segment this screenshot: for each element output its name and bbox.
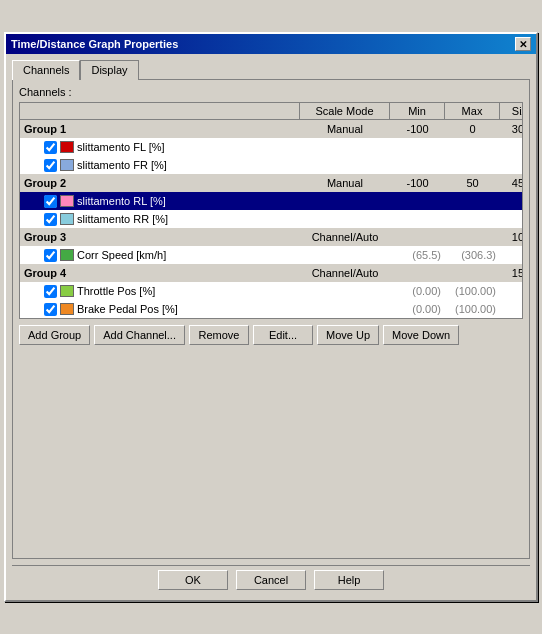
channel-max-cell: (100.00) <box>445 301 500 317</box>
group-row-1: Group 1 Manual -100 0 30.0 <box>20 120 522 138</box>
ok-cancel-row: OK Cancel Help <box>12 565 530 594</box>
channel-name-label: slittamento RR [%] <box>77 213 168 225</box>
channel-row[interactable]: slittamento RR [%] <box>20 210 522 228</box>
header-name <box>20 103 300 119</box>
channel-color-box <box>60 213 74 225</box>
channel-name-label: slittamento FL [%] <box>77 141 165 153</box>
channel-min-cell <box>390 199 445 203</box>
grid-header: Scale Mode Min Max Size <box>20 103 522 120</box>
channel-min-cell: (65.5) <box>390 247 445 263</box>
remove-button[interactable]: Remove <box>189 325 249 345</box>
channel-checkbox[interactable] <box>44 141 57 154</box>
channel-name-label: Corr Speed [km/h] <box>77 249 166 261</box>
group-max-1: 0 <box>445 121 500 137</box>
cancel-button[interactable]: Cancel <box>236 570 306 590</box>
channel-min-cell <box>390 145 445 149</box>
group-label-4: Group 4 <box>20 265 300 281</box>
move-up-button[interactable]: Move Up <box>317 325 379 345</box>
group-size-1: 30.0 <box>500 121 523 137</box>
channel-row[interactable]: Corr Speed [km/h](65.5)(306.3) <box>20 246 522 264</box>
channel-name-label: Throttle Pos [%] <box>77 285 155 297</box>
channel-max-cell <box>445 217 500 221</box>
group-label-2: Group 2 <box>20 175 300 191</box>
channel-min-cell: (0.00) <box>390 283 445 299</box>
group-label-1: Group 1 <box>20 121 300 137</box>
group-max-2: 50 <box>445 175 500 191</box>
channel-min-cell <box>390 217 445 221</box>
channel-row[interactable]: Throttle Pos [%](0.00)(100.00) <box>20 282 522 300</box>
tab-channels[interactable]: Channels <box>12 60 80 80</box>
channel-name-cell: slittamento RL [%] <box>20 194 300 209</box>
channel-name-cell: slittamento FR [%] <box>20 158 300 173</box>
group-min-4 <box>390 271 445 275</box>
ok-button[interactable]: OK <box>158 570 228 590</box>
group-scale-3: Channel/Auto <box>300 229 390 245</box>
channel-name-cell: slittamento RR [%] <box>20 212 300 227</box>
group-min-1: -100 <box>390 121 445 137</box>
channel-row[interactable]: slittamento FL [%] <box>20 138 522 156</box>
channel-max-cell <box>445 163 500 167</box>
channel-name-cell: Corr Speed [km/h] <box>20 248 300 263</box>
title-bar: Time/Distance Graph Properties ✕ <box>6 34 536 54</box>
channel-min-cell: (0.00) <box>390 301 445 317</box>
channel-name-label: slittamento RL [%] <box>77 195 166 207</box>
main-window: Time/Distance Graph Properties ✕ Channel… <box>4 32 538 602</box>
tab-content: Channels : Scale Mode Min Max Size Group… <box>12 79 530 559</box>
group-scale-1: Manual <box>300 121 390 137</box>
edit-button[interactable]: Edit... <box>253 325 313 345</box>
group-max-4 <box>445 271 500 275</box>
add-group-button[interactable]: Add Group <box>19 325 90 345</box>
channel-checkbox[interactable] <box>44 249 57 262</box>
header-min: Min <box>390 103 445 119</box>
header-scale-mode: Scale Mode <box>300 103 390 119</box>
bottom-buttons: Add Group Add Channel... Remove Edit... … <box>19 325 523 345</box>
group-size-2: 45.0 <box>500 175 523 191</box>
move-down-button[interactable]: Move Down <box>383 325 459 345</box>
channel-color-box <box>60 159 74 171</box>
tab-display[interactable]: Display <box>80 60 138 80</box>
channel-min-cell <box>390 163 445 167</box>
channel-name-label: Brake Pedal Pos [%] <box>77 303 178 315</box>
channel-name-cell: Brake Pedal Pos [%] <box>20 302 300 317</box>
channel-color-box <box>60 285 74 297</box>
group-row-4: Group 4 Channel/Auto 15.0 <box>20 264 522 282</box>
channel-name-label: slittamento FR [%] <box>77 159 167 171</box>
tab-bar: Channels Display <box>12 59 530 79</box>
help-button[interactable]: Help <box>314 570 384 590</box>
channel-color-box <box>60 303 74 315</box>
channels-grid: Scale Mode Min Max Size Group 1 Manual -… <box>19 102 523 319</box>
channel-max-cell <box>445 145 500 149</box>
group-scale-2: Manual <box>300 175 390 191</box>
group-scale-4: Channel/Auto <box>300 265 390 281</box>
channel-checkbox[interactable] <box>44 159 57 172</box>
group-size-3: 10.0 <box>500 229 523 245</box>
channel-name-cell: Throttle Pos [%] <box>20 284 300 299</box>
channel-color-box <box>60 195 74 207</box>
channel-checkbox[interactable] <box>44 213 57 226</box>
channel-checkbox[interactable] <box>44 195 57 208</box>
group-min-2: -100 <box>390 175 445 191</box>
channel-max-cell: (100.00) <box>445 283 500 299</box>
group-size-4: 15.0 <box>500 265 523 281</box>
group-label-3: Group 3 <box>20 229 300 245</box>
header-size: Size <box>500 103 523 119</box>
channel-max-cell <box>445 199 500 203</box>
close-button[interactable]: ✕ <box>515 37 531 51</box>
group-min-3 <box>390 235 445 239</box>
window-body: Channels Display Channels : Scale Mode M… <box>6 54 536 600</box>
grid-body: Group 1 Manual -100 0 30.0 slittamento F… <box>20 120 522 318</box>
group-max-3 <box>445 235 500 239</box>
channel-row[interactable]: Brake Pedal Pos [%](0.00)(100.00) <box>20 300 522 318</box>
window-title: Time/Distance Graph Properties <box>11 38 178 50</box>
add-channel-button[interactable]: Add Channel... <box>94 325 185 345</box>
channel-checkbox[interactable] <box>44 285 57 298</box>
channel-row[interactable]: slittamento FR [%] <box>20 156 522 174</box>
group-row-3: Group 3 Channel/Auto 10.0 <box>20 228 522 246</box>
header-max: Max <box>445 103 500 119</box>
channel-checkbox[interactable] <box>44 303 57 316</box>
channel-max-cell: (306.3) <box>445 247 500 263</box>
channels-label: Channels : <box>19 86 523 98</box>
group-row-2: Group 2 Manual -100 50 45.0 <box>20 174 522 192</box>
channel-color-box <box>60 141 74 153</box>
channel-row[interactable]: slittamento RL [%] <box>20 192 522 210</box>
